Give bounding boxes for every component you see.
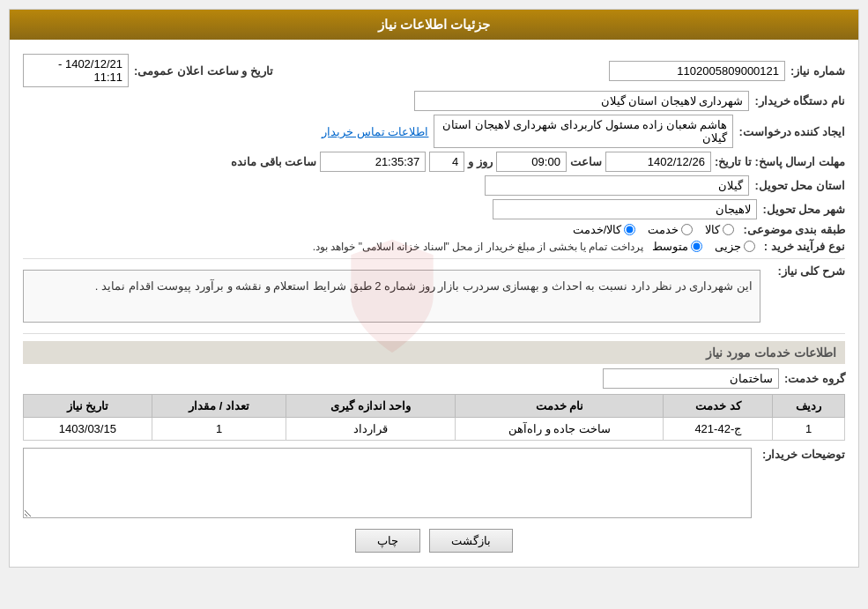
delivery-province: گیلان: [485, 175, 749, 196]
announce-datetime-label: تاریخ و ساعت اعلان عمومی:: [134, 64, 273, 78]
services-section-title: اطلاعات خدمات مورد نیاز: [23, 341, 845, 364]
shield-watermark-icon: [339, 234, 445, 358]
col-row: ردیف: [773, 395, 845, 418]
delivery-city: لاهیجان: [493, 199, 757, 219]
purchase-motawaset-option[interactable]: متوسط: [652, 240, 702, 253]
service-group-value: ساختمان: [603, 368, 779, 389]
table-row: 1 ج-42-421 ساخت جاده و راه‌آهن قرارداد 1…: [24, 418, 845, 441]
need-description-text: این شهرداری در نظر دارد نسبت به احداث و …: [95, 279, 753, 293]
purchase-jozei-label: جزیی: [715, 240, 741, 253]
response-days: 4: [429, 152, 464, 172]
cell-unit: قرارداد: [286, 418, 456, 441]
category-khadamat-option[interactable]: خدمت: [648, 223, 693, 236]
buyer-org-value: شهرداری لاهیجان استان گیلان: [414, 91, 749, 111]
delivery-province-label: استان محل تحویل:: [754, 179, 845, 192]
services-table: ردیف کد خدمت نام خدمت واحد اندازه گیری ت…: [23, 394, 845, 441]
service-group-label: گروه خدمت:: [784, 372, 845, 385]
cell-name: ساخت جاده و راه‌آهن: [456, 418, 664, 441]
buyer-notes-textarea[interactable]: [23, 448, 752, 518]
response-time-label: ساعت: [570, 155, 602, 168]
col-quantity: تعداد / مقدار: [152, 395, 286, 418]
need-number-value: 1102005809000121: [609, 61, 785, 81]
category-label: طبقه بندی موضوعی:: [743, 223, 845, 236]
purchase-jozei-option[interactable]: جزیی: [715, 240, 755, 253]
delivery-city-label: شهر محل تحویل:: [762, 203, 845, 216]
cell-code: ج-42-421: [664, 418, 773, 441]
col-unit: واحد اندازه گیری: [286, 395, 456, 418]
col-name: نام خدمت: [456, 395, 664, 418]
footer-buttons: بازگشت چاپ: [23, 529, 845, 553]
buyer-org-label: نام دستگاه خریدار:: [754, 94, 845, 108]
category-khadamat-label: خدمت: [648, 223, 679, 236]
category-kala-label: کالا: [705, 223, 720, 236]
response-deadline-label: مهلت ارسال پاسخ: تا تاریخ:: [715, 155, 845, 168]
response-days-label: روز و: [468, 155, 493, 168]
contact-link[interactable]: اطلاعات تماس خریدار: [322, 125, 428, 138]
need-description-label: شرح کلی نیاز:: [766, 264, 845, 278]
purchase-note: پرداخت تمام یا بخشی از مبلغ خریدار از مح…: [313, 241, 643, 253]
buyer-notes-label: توضیحات خریدار:: [757, 448, 845, 461]
cell-row: 1: [773, 418, 845, 441]
creator-label: ایجاد کننده درخواست:: [738, 125, 845, 138]
print-button[interactable]: چاپ: [355, 529, 420, 553]
remaining-time-label: ساعت باقی مانده: [231, 155, 316, 168]
creator-value: هاشم شعبان زاده مسئول کاربردای شهرداری ل…: [434, 115, 733, 148]
need-number-label: شماره نیاز:: [790, 64, 845, 78]
category-kala-option[interactable]: کالا: [705, 223, 734, 236]
page-title: جزئیات اطلاعات نیاز: [10, 10, 858, 40]
cell-date: 1403/03/15: [24, 418, 152, 441]
col-date: تاریخ نیاز: [24, 395, 152, 418]
announce-datetime-value: 1402/12/21 - 11:11: [23, 54, 129, 87]
response-date: 1402/12/26: [605, 152, 711, 172]
purchase-motawaset-label: متوسط: [652, 240, 688, 253]
back-button[interactable]: بازگشت: [429, 529, 513, 553]
category-kala-khadamat-label: کالا/خدمت: [573, 223, 622, 236]
cell-quantity: 1: [152, 418, 286, 441]
purchase-type-label: نوع فرآیند خرید :: [764, 240, 845, 253]
col-code: کد خدمت: [664, 395, 773, 418]
remaining-time: 21:35:37: [320, 152, 426, 172]
category-kala-khadamat-option[interactable]: کالا/خدمت: [573, 223, 636, 236]
response-time: 09:00: [496, 152, 567, 172]
